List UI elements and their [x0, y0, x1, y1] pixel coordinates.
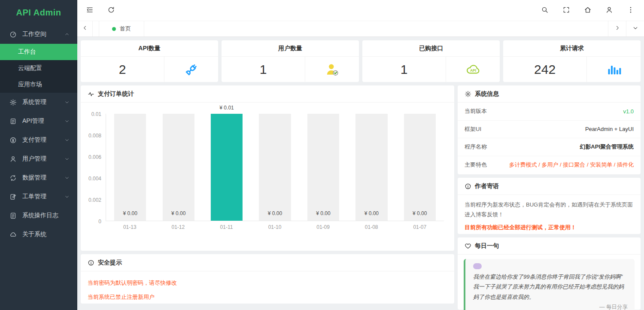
author-message-panel: 作者寄语 当前程序为新发布状态，BUG肯定会有的，如遇到请在关于系统页面进入博客… [458, 178, 641, 234]
y-tick-label: 0.006 [88, 154, 101, 160]
stat-card-body: 242 [503, 57, 641, 82]
topbar [77, 0, 644, 21]
chevron-down-icon [632, 25, 638, 33]
chart-column-01-09[interactable]: ¥ 0.00 [299, 114, 347, 221]
topbar-right [541, 6, 635, 15]
chart-plot: ¥ 0.00¥ 0.00¥ 0.01¥ 0.00¥ 0.00¥ 0.00¥ 0.… [106, 114, 444, 221]
user-icon[interactable] [605, 6, 614, 15]
sidebar-item-label: 用户管理 [22, 155, 64, 163]
sidebar-item-1[interactable]: 系统管理 [0, 93, 77, 112]
sidebar-item-6[interactable]: 工单管理 [0, 187, 77, 206]
chart-column-01-07[interactable]: ¥ 0.00 [396, 114, 444, 221]
bar-value-label: ¥ 0.00 [106, 210, 154, 216]
x-tick-label: 01-12 [154, 224, 203, 230]
tab-home[interactable]: 首页 [99, 21, 144, 36]
bar-value-label: ¥ 0.00 [251, 210, 299, 216]
system-info-row: 框架UIPearAdmin + LayUI [458, 121, 641, 139]
chevron-down-icon [64, 119, 70, 124]
stat-card-2: 已购接口1API [362, 40, 500, 82]
system-info-rows: 当前版本v1.0框架UIPearAdmin + LayUI程序名称幻影API聚合… [458, 103, 641, 174]
sidebar-subitem-label: 工作台 [18, 48, 70, 56]
author-highlight: 目前所有功能已经全部进行测试，正常使用！ [465, 224, 634, 231]
chart-column-01-13[interactable]: ¥ 0.00 [106, 114, 154, 221]
yen-circle-icon [9, 137, 17, 144]
chart-x-axis: 01-1301-1201-1101-1001-0901-0801-07 [106, 221, 444, 230]
daily-panel-header: 每日一句 [458, 237, 641, 255]
security-tips-panel: 安全提示 当前密码为默认弱密码，请尽快修改当前系统已禁止注册新用户 [81, 254, 454, 304]
tabs-menu-button[interactable] [626, 21, 644, 36]
log-icon [9, 212, 17, 219]
stat-card-title: 累计请求 [503, 40, 641, 57]
system-info-header: 系统信息 [458, 85, 641, 103]
ticket-icon [9, 193, 17, 201]
sidebar-item-3[interactable]: 支付管理 [0, 131, 77, 149]
user-check-icon [305, 57, 359, 82]
sidebar-item-2[interactable]: API管理 [0, 112, 77, 131]
y-tick-label: 0.01 [91, 111, 101, 117]
workspace-icon [9, 31, 17, 38]
tab-bar: 首页 [77, 21, 644, 37]
bar-value-label: ¥ 0.00 [347, 210, 395, 216]
heart-icon [465, 243, 471, 249]
info-row-value: 幻影API聚合管理系统 [580, 143, 634, 151]
sidebar-item-label: 系统管理 [22, 98, 64, 106]
svg-text:API: API [470, 68, 476, 73]
chart-bar [211, 114, 243, 221]
sidebar-subitem-2[interactable]: 应用市场 [0, 76, 77, 93]
app-window: API Admin 工作空间工作台云端配置应用市场系统管理API管理支付管理用户… [0, 0, 644, 310]
collapse-menu-icon[interactable] [86, 6, 94, 15]
daily-body: 我坐在窗边给你发了99条消息你终于肯回我了你说“发你妈啊”我一下子就哭了原来努力… [458, 255, 641, 310]
sidebar-subitem-1[interactable]: 云端配置 [0, 60, 77, 76]
x-tick-label: 01-11 [202, 224, 251, 230]
info-row-label: 程序名称 [465, 143, 487, 151]
info-row-label: 主要特色 [465, 161, 487, 169]
tabs-scroll-right-button[interactable] [608, 21, 626, 36]
sidebar-item-8[interactable]: 关于系统 [0, 225, 77, 244]
page-content: API数量2用户数量1已购接口1API累计请求242 支付订单统计 0.010.… [77, 37, 644, 310]
chart-column-01-11[interactable]: ¥ 0.01 [203, 114, 251, 221]
security-panel-header: 安全提示 [81, 254, 454, 271]
fullscreen-icon[interactable] [562, 6, 571, 15]
chart-column-01-10[interactable]: ¥ 0.00 [251, 114, 299, 221]
about-cloud-icon [9, 231, 17, 238]
chevron-right-icon [614, 25, 620, 33]
sidebar-item-5[interactable]: 数据管理 [0, 168, 77, 187]
sidebar-item-4[interactable]: 用户管理 [0, 149, 77, 168]
topbar-left [86, 6, 116, 15]
info-row-label: 当前版本 [465, 107, 487, 115]
daily-quote-panel: 每日一句 我坐在窗边给你发了99条消息你终于肯回我了你说“发你妈啊”我一下子就哭… [458, 237, 641, 310]
sidebar-item-label: API管理 [22, 117, 64, 125]
data-sync-icon [9, 174, 17, 182]
refresh-icon[interactable] [107, 6, 116, 15]
sidebar-subitem-0[interactable]: 工作台 [0, 44, 77, 60]
chevron-down-icon [64, 137, 70, 143]
chart-column-01-08[interactable]: ¥ 0.00 [347, 114, 395, 221]
security-tip-line: 当前系统已禁止注册新用户 [88, 293, 447, 301]
more-vertical-icon[interactable] [627, 6, 635, 15]
stat-card-title: 已购接口 [362, 40, 500, 57]
sidebar-item-7[interactable]: 系统操作日志 [0, 206, 77, 225]
chevron-down-icon [64, 194, 70, 199]
search-icon[interactable] [541, 6, 550, 15]
plug-icon [164, 57, 218, 82]
app-logo: API Admin [0, 0, 77, 25]
tab-label: 首页 [120, 25, 131, 33]
sidebar-item-label: 工单管理 [22, 193, 64, 201]
speech-bubble-icon [473, 263, 482, 269]
active-tab-dot-icon [112, 27, 116, 31]
chart-background-bar [259, 114, 291, 221]
chart-column-01-12[interactable]: ¥ 0.00 [154, 114, 202, 221]
sidebar-item-label: 数据管理 [22, 174, 64, 182]
sidebar-subitem-label: 应用市场 [18, 81, 70, 88]
home-icon[interactable] [584, 6, 592, 15]
stat-card-3: 累计请求242 [503, 40, 641, 82]
info-row-value: v1.0 [623, 108, 634, 115]
tabs-scroll-left-button[interactable] [77, 21, 93, 36]
security-body: 当前密码为默认弱密码，请尽快修改当前系统已禁止注册新用户 [81, 271, 454, 305]
api-doc-icon [9, 118, 17, 125]
sidebar-item-0[interactable]: 工作空间 [0, 25, 77, 44]
stat-card-body: 2 [81, 57, 218, 82]
chart-panel-title: 支付订单统计 [98, 90, 134, 98]
x-tick-label: 01-09 [299, 224, 347, 230]
chart-y-axis: 0.010.0080.0060.0040.0020 [86, 114, 106, 221]
